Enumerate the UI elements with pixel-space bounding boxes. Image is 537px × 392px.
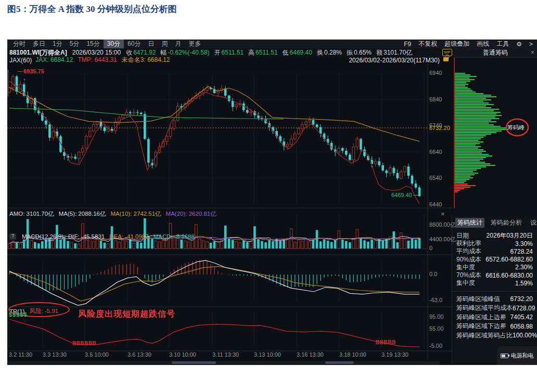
candle-body: [85, 136, 87, 148]
tab-60分[interactable]: 60分: [124, 40, 144, 49]
help-icon[interactable]: ?: [9, 233, 16, 240]
volume-bar: [349, 242, 351, 249]
candle-body: [250, 111, 252, 113]
date-range-label: 2026/03/02-2026/03/20(117M30): [349, 57, 440, 64]
quote-field-value: 3101.70亿: [383, 49, 412, 56]
tab-月[interactable]: 月: [171, 40, 185, 49]
quote-field-label: 换: [317, 49, 323, 56]
volume-bar: [338, 231, 340, 249]
chip-bar-red: [455, 190, 460, 191]
stats-row-value: 100.00%: [513, 332, 537, 339]
tab-15分[interactable]: 15分: [83, 40, 103, 49]
lock-icon[interactable]: [443, 57, 449, 61]
chip-close-icon[interactable]: ×: [531, 49, 534, 56]
candle-body: [242, 103, 245, 110]
panel-close-icon[interactable]: ×: [441, 210, 445, 218]
gear-icon[interactable]: ⚙: [516, 41, 522, 48]
stats-row-value: 2.30%: [515, 264, 533, 271]
candle-body: [246, 110, 249, 113]
stats-row-value: 3.30%: [515, 240, 533, 247]
chip-bar-green: [455, 93, 483, 94]
tab-1分[interactable]: 1分: [49, 40, 66, 49]
volume-bar: [59, 240, 62, 249]
volume-bar: [88, 239, 91, 249]
stats-row-value: 6732.20: [510, 295, 533, 303]
volume-bar: [224, 226, 227, 249]
candle-body: [16, 76, 18, 92]
candle-body: [70, 157, 73, 158]
chip-stats-tab-筹码统计[interactable]: 筹码统计: [455, 218, 484, 228]
volume-bar: [341, 240, 344, 249]
volume-bar: [199, 239, 201, 249]
tab-多日[interactable]: 多日: [29, 40, 49, 49]
tab-周[interactable]: 周: [158, 40, 171, 49]
volume-bar: [191, 240, 194, 249]
chip-bar-green: [455, 179, 469, 180]
volume-bar: [162, 240, 164, 249]
expand-icon[interactable]: >: [529, 41, 533, 48]
candle-body: [232, 101, 234, 107]
chip-bar-green: [455, 143, 480, 144]
chip-bar-green: [455, 135, 486, 136]
indicator-value: TMP: 6443.31: [78, 56, 117, 63]
power-popup[interactable]: 电源和电: [497, 346, 537, 365]
candle-body: [96, 122, 99, 124]
chip-bar-green: [455, 168, 481, 169]
tab-日[interactable]: 日: [144, 40, 158, 49]
chip-bar-green: [455, 126, 501, 127]
candle-body: [140, 113, 143, 114]
toolbar-item-画线[interactable]: 画线: [477, 40, 489, 48]
chip-bar-green: [455, 118, 499, 119]
chip-distribution-panel: 普通筹码 × 筹码峰: [454, 48, 537, 208]
volume-bar: [352, 239, 355, 249]
tr-risk-line: [9, 319, 419, 347]
candle-body: [147, 139, 150, 162]
volume-bar: [37, 243, 40, 249]
quote-field-value: 6471.92: [133, 49, 156, 56]
toolbar-item-工具[interactable]: 工具: [496, 40, 509, 48]
chip-bar-red: [455, 184, 468, 185]
volume-bar: [107, 244, 110, 249]
toolbar-item-不复权[interactable]: 不复权: [418, 40, 437, 48]
tab-分时[interactable]: 分时: [9, 40, 29, 49]
toolbar-item-F9[interactable]: F9: [404, 41, 411, 48]
tab-30分[interactable]: 30分: [104, 40, 124, 49]
stats-row-label: 集中度: [456, 279, 475, 288]
chip-stats-tab-设置[interactable]: 设置: [528, 218, 537, 228]
indicator-name[interactable]: JAX(60): [9, 57, 32, 64]
stats-row-value: 6058.98: [510, 323, 533, 330]
volume-bar: [85, 240, 87, 249]
quote-field-value: 6511.51: [255, 49, 278, 56]
candle-body: [111, 129, 113, 130]
chip-bar-green: [455, 154, 489, 155]
toolbar-item-超级叠加[interactable]: 超级叠加: [444, 40, 469, 48]
chip-peak-price-label: 6732.20: [429, 125, 450, 131]
chip-bar-green: [455, 155, 492, 156]
stats-row: 平均成本6728.24: [456, 247, 533, 255]
tab-更多[interactable]: 更多: [185, 40, 204, 49]
volume-bar: [392, 231, 395, 249]
volume-bar: [327, 241, 329, 249]
chip-bar-green: [455, 173, 478, 174]
chip-bar-green: [455, 149, 483, 150]
last-low-label: 6469.40: [391, 192, 418, 198]
tab-5分[interactable]: 5分: [66, 40, 83, 49]
bottom-scrollbar[interactable]: [7, 361, 440, 364]
quote-field-label: 开: [214, 49, 221, 56]
chip-bar-green: [455, 157, 486, 158]
chip-peak-rows: 筹码峰区域峰值6732.20筹码峰区域平均成本6728.09筹码峰区域上边界74…: [452, 291, 537, 342]
candle-body: [52, 132, 55, 138]
quote-field-label: 幅: [161, 49, 167, 56]
scrollbar-thumb[interactable]: [325, 361, 354, 364]
stats-row-value: 6728.09: [513, 305, 535, 312]
chip-bar-green: [455, 96, 496, 97]
x-axis-label: 3.18 10:00: [339, 351, 366, 358]
scrollbar-thumb[interactable]: [172, 361, 216, 364]
candle-body: [133, 112, 135, 113]
chip-stats-tab-筹码龄分析[interactable]: 筹码龄分析: [489, 218, 524, 228]
figure-title: 图5：万得全 A 指数 30 分钟级别点位分析图: [7, 3, 177, 15]
dollar-signal-labels: $$$$$: [9, 311, 28, 318]
candle-body: [224, 88, 227, 96]
stats-row-label: 筹码峰区域平均成本: [456, 304, 513, 312]
timeframe-tabs: 分时多日1分5分15分30分60分日周月更多: [7, 40, 204, 49]
